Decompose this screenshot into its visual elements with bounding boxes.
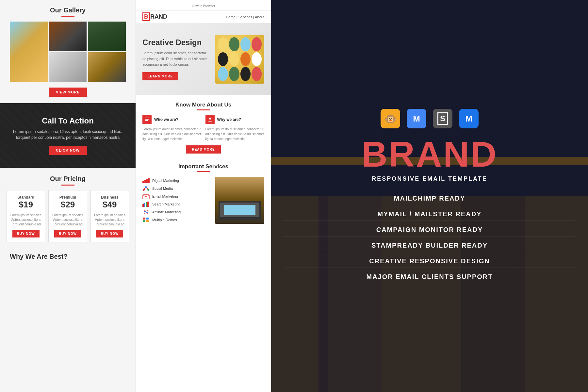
hero-title: Creative Design <box>142 38 212 47</box>
email-nav: BRAND Home | Services | About <box>136 11 271 23</box>
service-label-search: Search Marketing <box>152 202 180 206</box>
plan-desc-standard: Lorem ipsum sodalesAptent sociosq litora… <box>10 213 41 227</box>
svg-point-8 <box>143 189 145 191</box>
view-in-browser-link[interactable]: View In Browser <box>191 4 215 8</box>
pricing-cards: Standard $19 Lorem ipsum sodalesAptent s… <box>7 190 129 242</box>
service-item-social: Social Media <box>142 185 211 192</box>
mymail-badge: M <box>407 109 426 128</box>
laptop-visual <box>219 201 261 220</box>
right-content: 🐵 M S M BRAND RESPONSIVE EMAIL TEMPLATE … <box>284 109 575 283</box>
social-media-icon <box>142 186 150 191</box>
buy-now-button-business[interactable]: BUY NOW <box>96 230 123 237</box>
svg-rect-5 <box>144 180 146 183</box>
feature-stampready: STAMPREADY BUILDER READY <box>284 239 575 252</box>
pricing-card-business: Business $49 Lorem ipsum sodalesAptent s… <box>90 190 129 242</box>
view-more-button[interactable]: VIEW MORE <box>49 88 87 97</box>
know-card-who-text: Lorem ipsum dolor sit amet, consectetur … <box>142 127 202 141</box>
cup-6 <box>229 52 239 66</box>
plan-price-standard: $19 <box>10 200 41 210</box>
service-item-affiliate: Affiliate Marketing <box>142 208 211 216</box>
search-marketing-icon <box>142 202 150 207</box>
brand-logo-b: B <box>142 12 150 21</box>
hero-image <box>215 35 264 84</box>
cup-3 <box>240 37 251 51</box>
stampready-icon: S <box>437 112 448 125</box>
service-label-demos: Multiple Demos <box>152 218 177 222</box>
know-more-underline <box>197 109 210 110</box>
pricing-card-premium: Premium $29 Lorem ipsum sodalesAptent so… <box>48 190 87 242</box>
buy-now-button-premium[interactable]: BUY NOW <box>54 230 81 237</box>
campaign-monitor-icon: M <box>465 114 472 124</box>
services-underline <box>197 171 210 172</box>
why-title: Why We Are Best? <box>10 253 126 260</box>
gallery-img-girl-white <box>49 52 87 82</box>
who-icon <box>142 115 152 124</box>
hero-desc: Lorem ipsum dolor sit amet, consectetur … <box>142 50 212 68</box>
pricing-card-standard: Standard $19 Lorem ipsum sodalesAptent s… <box>7 190 45 242</box>
svg-line-18 <box>142 203 144 204</box>
services-title: Important Services <box>142 163 264 170</box>
svg-rect-6 <box>146 179 148 183</box>
gallery-img-girl <box>10 22 48 82</box>
service-item-digital: Digital Marketing <box>142 177 211 185</box>
gallery-img-city <box>88 22 126 51</box>
know-card-who-title: Who we are? <box>154 117 178 122</box>
right-panel: 🐵 M S M BRAND RESPONSIVE EMAIL TEMPLATE … <box>271 0 588 392</box>
plan-price-business: $49 <box>94 200 125 210</box>
read-more-button[interactable]: READ MORE <box>186 145 220 154</box>
feature-mymail: MYMAIL / MAILSTER READY <box>284 208 575 221</box>
svg-point-3 <box>209 118 211 120</box>
email-marketing-icon <box>142 194 150 199</box>
digital-marketing-icon <box>142 178 150 183</box>
feature-campaign: CAMPAIGN MONITOR READY <box>284 223 575 237</box>
cta-content: Call To Action Lorem ipsum sodales orci.… <box>10 116 126 155</box>
service-label-affiliate: Affiliate Marketing <box>152 210 181 214</box>
cup-11 <box>240 67 251 81</box>
svg-rect-14 <box>142 204 144 207</box>
gallery-title: Our Gallery <box>10 7 126 14</box>
pricing-section: Our Pricing Standard $19 Lorem ipsum sod… <box>0 168 136 248</box>
cup-1 <box>218 37 228 51</box>
know-card-why: Why we are? Lorem ipsum dolor sit amet, … <box>205 115 265 141</box>
cups-visual <box>215 35 264 84</box>
stampready-badge: S <box>433 109 452 128</box>
hero-section: Creative Design Lorem ipsum dolor sit am… <box>136 23 271 95</box>
svg-rect-20 <box>143 218 145 220</box>
svg-rect-16 <box>146 202 147 207</box>
service-item-search: Search Marketing <box>142 200 211 208</box>
why-icon <box>205 115 215 124</box>
plan-name-standard: Standard <box>10 195 41 200</box>
campaign-monitor-badge: M <box>459 109 479 128</box>
cup-5 <box>218 52 228 66</box>
cta-title: Call To Action <box>10 116 126 125</box>
brand-name-large: BRAND <box>284 136 575 172</box>
buy-now-button-standard[interactable]: BUY NOW <box>12 230 40 237</box>
know-more-section: Know More About Us Who we are? Lorem ips… <box>136 95 271 158</box>
plan-desc-business: Lorem ipsum sodalesAptent sociosq litora… <box>94 213 125 227</box>
know-card-why-title: Why we are? <box>217 117 241 122</box>
cup-7 <box>240 52 251 66</box>
svg-rect-21 <box>146 218 149 220</box>
gallery-title-underline <box>61 16 74 17</box>
feature-design: CREATIVE RESPONSIVE DESIGN <box>284 255 575 268</box>
why-icon-svg <box>207 117 213 122</box>
cup-8 <box>252 52 262 66</box>
learn-more-button[interactable]: LEARN MORE <box>142 72 178 80</box>
service-item-demos: Multiple Demos <box>142 216 211 224</box>
gallery-grid <box>10 22 126 83</box>
nav-links: Home | Services | About <box>226 15 264 19</box>
svg-rect-15 <box>144 203 145 207</box>
cup-4 <box>252 37 262 51</box>
plan-desc-premium: Lorem ipsum sodalesAptent sociosq litora… <box>52 213 83 227</box>
platform-badges-row: 🐵 M S M <box>284 109 575 128</box>
services-section: Important Services Digital Marketing <box>136 158 271 229</box>
know-card-who-header: Who we are? <box>142 115 202 124</box>
gallery-section: Our Gallery VIEW MORE <box>0 0 136 103</box>
brand-logo: BRAND <box>142 13 167 20</box>
mymail-icon: M <box>413 114 420 124</box>
mailchimp-badge: 🐵 <box>381 109 400 128</box>
cup-12 <box>252 67 262 81</box>
why-section: Why We Are Best? <box>0 248 136 260</box>
click-now-button[interactable]: CLICK NOW <box>49 146 87 155</box>
svg-line-12 <box>146 188 148 189</box>
